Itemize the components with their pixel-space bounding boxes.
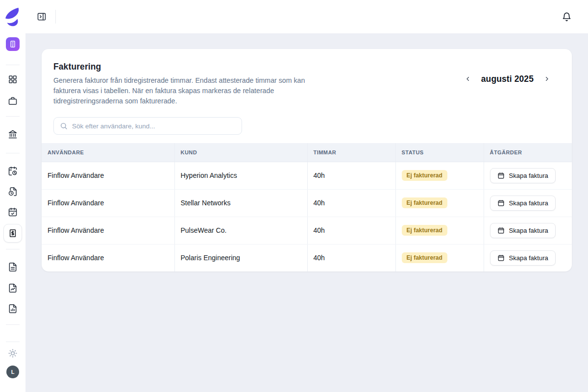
calendar-icon bbox=[497, 254, 505, 262]
page-description: Generera fakturor från tidregistrerade t… bbox=[53, 75, 327, 106]
status-cell: Ej fakturerad bbox=[395, 244, 484, 271]
table-row: Finflow Användare PulseWear Co. 40h Ej f… bbox=[42, 217, 572, 244]
month-navigator: augusti 2025 bbox=[463, 74, 552, 84]
table-row: Finflow Användare Polaris Engineering 40… bbox=[42, 244, 572, 271]
panel-toggle-icon bbox=[37, 12, 47, 22]
search-icon bbox=[60, 122, 68, 130]
customer-cell: Hyperion Analytics bbox=[174, 162, 307, 189]
briefcase-icon bbox=[8, 96, 18, 106]
file-bars-icon bbox=[8, 304, 18, 314]
create-invoice-button[interactable]: Skapa faktura bbox=[490, 196, 556, 211]
sidebar-item-documents[interactable] bbox=[8, 262, 18, 272]
page-title: Fakturering bbox=[53, 62, 560, 72]
user-cell: Finflow Användare bbox=[42, 217, 174, 244]
billing-table: ANVÄNDARE KUND TIMMAR STATUS ÅTGÄRDER Fi… bbox=[42, 143, 572, 271]
sidebar-divider bbox=[6, 342, 20, 342]
calendar-icon bbox=[497, 172, 505, 179]
actions-cell: Skapa faktura bbox=[484, 162, 572, 189]
sidebar: L bbox=[0, 0, 25, 392]
actions-cell: Skapa faktura bbox=[484, 244, 572, 271]
create-invoice-button[interactable]: Skapa faktura bbox=[490, 168, 556, 183]
sidebar-item-statistics[interactable] bbox=[8, 304, 18, 314]
sidebar-toggle-button[interactable] bbox=[37, 12, 47, 22]
user-avatar[interactable]: L bbox=[6, 366, 19, 378]
theme-toggle[interactable] bbox=[8, 348, 18, 358]
sidebar-item-trend-reports[interactable] bbox=[8, 283, 18, 293]
calendar-icon bbox=[497, 227, 505, 234]
user-cell: Finflow Användare bbox=[42, 162, 174, 189]
topbar bbox=[25, 0, 588, 33]
hours-cell: 40h bbox=[307, 244, 395, 271]
file-chart-icon bbox=[8, 283, 18, 293]
hours-cell: 40h bbox=[307, 217, 395, 244]
create-invoice-label: Skapa faktura bbox=[509, 227, 548, 234]
main-pane: Fakturering Generera fakturor från tidre… bbox=[25, 0, 588, 392]
status-cell: Ej fakturerad bbox=[395, 189, 484, 217]
invoice-dollar-icon bbox=[8, 228, 18, 238]
create-invoice-button[interactable]: Skapa faktura bbox=[490, 223, 556, 238]
status-cell: Ej fakturerad bbox=[395, 217, 484, 244]
customer-cell: Polaris Engineering bbox=[174, 244, 307, 271]
status-badge: Ej fakturerad bbox=[402, 170, 447, 181]
create-invoice-label: Skapa faktura bbox=[509, 254, 548, 262]
chevron-right-icon bbox=[543, 75, 550, 82]
create-invoice-button[interactable]: Skapa faktura bbox=[490, 250, 556, 266]
billing-card: Fakturering Generera fakturor från tidre… bbox=[42, 49, 572, 271]
status-badge: Ej fakturerad bbox=[402, 252, 447, 263]
column-header-actions: ÅTGÄRDER bbox=[484, 143, 572, 162]
sidebar-divider bbox=[6, 249, 20, 249]
notifications-button[interactable] bbox=[562, 12, 572, 22]
sidebar-divider bbox=[6, 116, 20, 117]
actions-cell: Skapa faktura bbox=[484, 217, 572, 244]
content-area: Fakturering Generera fakturor från tidre… bbox=[25, 33, 588, 392]
chevron-left-icon bbox=[465, 75, 471, 82]
next-month-button[interactable] bbox=[541, 74, 552, 84]
user-cell: Finflow Användare bbox=[42, 189, 174, 217]
sidebar-item-projects[interactable] bbox=[8, 96, 18, 106]
previous-month-button[interactable] bbox=[463, 74, 473, 84]
avatar-initial: L bbox=[11, 369, 15, 375]
file-text-icon bbox=[8, 262, 18, 272]
sun-icon bbox=[8, 348, 18, 358]
status-badge: Ej fakturerad bbox=[402, 225, 447, 236]
create-invoice-label: Skapa faktura bbox=[509, 172, 548, 179]
column-header-hours: TIMMAR bbox=[307, 143, 395, 162]
hours-cell: 40h bbox=[307, 162, 395, 189]
sidebar-divider bbox=[6, 153, 20, 153]
user-cell: Finflow Användare bbox=[42, 244, 174, 271]
status-cell: Ej fakturerad bbox=[395, 162, 484, 189]
file-clock-icon bbox=[8, 187, 18, 196]
finflow-logo-icon bbox=[4, 7, 21, 27]
month-label: augusti 2025 bbox=[481, 74, 534, 84]
calendar-check-icon bbox=[8, 207, 18, 217]
hours-cell: 40h bbox=[307, 189, 395, 217]
customer-cell: PulseWear Co. bbox=[174, 217, 307, 244]
calendar-icon bbox=[497, 199, 505, 207]
topbar-divider bbox=[55, 10, 56, 24]
sidebar-item-bank[interactable] bbox=[8, 129, 18, 139]
building-icon bbox=[9, 40, 17, 48]
workspace-app-icon[interactable] bbox=[6, 37, 20, 51]
column-header-user: ANVÄNDARE bbox=[42, 143, 174, 162]
column-header-status: STATUS bbox=[395, 143, 484, 162]
bell-icon bbox=[562, 12, 572, 22]
table-row: Finflow Användare Stellar Networks 40h E… bbox=[42, 189, 572, 217]
calendar-clock-icon bbox=[8, 166, 18, 176]
search-box bbox=[53, 117, 242, 135]
sidebar-item-time-tracking[interactable] bbox=[8, 166, 18, 176]
search-input[interactable] bbox=[72, 122, 236, 130]
table-row: Finflow Användare Hyperion Analytics 40h… bbox=[42, 162, 572, 189]
column-header-customer: KUND bbox=[174, 143, 307, 162]
table-header-row: ANVÄNDARE KUND TIMMAR STATUS ÅTGÄRDER bbox=[42, 143, 572, 162]
customer-cell: Stellar Networks bbox=[174, 189, 307, 217]
sidebar-item-attestation[interactable] bbox=[8, 207, 18, 217]
sidebar-item-invoicing-selected[interactable] bbox=[3, 224, 22, 243]
sidebar-item-time-history[interactable] bbox=[8, 187, 18, 196]
sidebar-divider bbox=[6, 65, 20, 65]
sidebar-item-dashboard[interactable] bbox=[8, 74, 18, 84]
create-invoice-label: Skapa faktura bbox=[509, 199, 548, 207]
bank-icon bbox=[8, 129, 18, 139]
grid-icon bbox=[8, 74, 18, 84]
status-badge: Ej fakturerad bbox=[402, 197, 447, 208]
app-root: L Fakturering Generera fakt bbox=[0, 0, 588, 392]
